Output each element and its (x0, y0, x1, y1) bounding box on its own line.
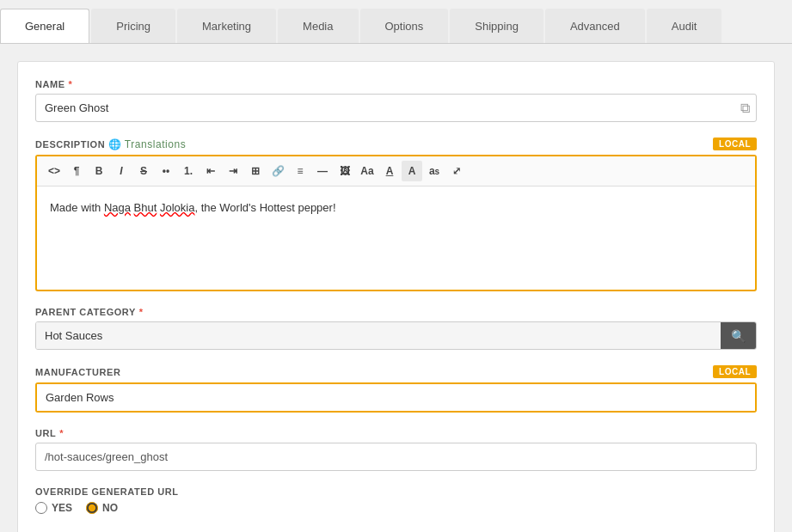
toolbar-fontcolor-btn[interactable]: A (379, 161, 400, 181)
override-url-radio-group: YES NO (35, 502, 757, 514)
yes-radio[interactable] (35, 502, 47, 514)
name-field-group: NAME * ⧉ (35, 79, 757, 122)
tab-marketing[interactable]: Marketing (177, 9, 276, 43)
tab-shipping[interactable]: Shipping (450, 9, 543, 43)
toolbar-italic-btn[interactable]: I (111, 161, 132, 181)
tab-pricing[interactable]: Pricing (91, 9, 175, 43)
override-url-label: OVERRIDE GENERATED URL (35, 486, 757, 497)
manufacturer-input[interactable] (37, 384, 755, 411)
toolbar-indent-left-btn[interactable]: ⇤ (200, 161, 221, 181)
name-input[interactable] (35, 94, 757, 122)
content-area: NAME * ⧉ DESCRIPTION 🌐 Translations LOCA… (0, 44, 792, 532)
toolbar-fontsize-btn[interactable]: Aa (357, 161, 378, 181)
toolbar-bold-btn[interactable]: B (89, 161, 109, 181)
no-label: NO (102, 502, 118, 514)
spellcheck-word-naga: Naga (104, 201, 131, 214)
toolbar-strikethrough-btn[interactable]: S (133, 161, 154, 181)
description-local-badge: LOCAL (713, 138, 757, 150)
parent-category-input-wrapper: 🔍 (35, 321, 757, 350)
tab-options[interactable]: Options (360, 9, 449, 43)
override-url-field-group: OVERRIDE GENERATED URL YES NO (35, 486, 757, 514)
manufacturer-input-wrapper (35, 382, 757, 413)
parent-category-required: * (139, 307, 144, 317)
tab-audit[interactable]: Audit (647, 9, 722, 43)
spellcheck-word-jolokia: Jolokia (160, 201, 194, 214)
toolbar-ol-btn[interactable]: 1. (178, 161, 199, 181)
parent-category-search-button[interactable]: 🔍 (721, 322, 756, 349)
form-card: NAME * ⧉ DESCRIPTION 🌐 Translations LOCA… (17, 61, 775, 532)
description-editor-body[interactable]: Made with Naga Bhut Jolokia, the World's… (37, 187, 755, 290)
url-label: URL * (35, 428, 757, 438)
description-label: DESCRIPTION 🌐 Translations LOCAL (35, 138, 757, 150)
yes-radio-option[interactable]: YES (35, 502, 72, 514)
toolbar-paragraph-btn[interactable]: ¶ (66, 161, 87, 181)
name-label: NAME * (35, 79, 757, 89)
toolbar-fullscreen-btn[interactable]: ⤢ (446, 161, 467, 181)
url-field-group: URL * (35, 428, 757, 471)
yes-label: YES (52, 502, 72, 514)
no-radio[interactable] (86, 502, 98, 514)
toolbar-indent-right-btn[interactable]: ⇥ (223, 161, 243, 181)
no-radio-option[interactable]: NO (86, 502, 118, 514)
globe-icon: 🌐 (108, 138, 122, 150)
toolbar-bgcolor-btn[interactable]: A (402, 161, 422, 181)
parent-category-input[interactable] (36, 322, 721, 349)
toolbar-ul-btn[interactable]: •• (156, 161, 176, 181)
editor-toolbar: <> ¶ B I S •• 1. ⇤ ⇥ ⊞ 🔗 ≡ — 🖼 Aa A A (37, 156, 755, 187)
toolbar-table-btn[interactable]: ⊞ (245, 161, 266, 181)
description-field-group: DESCRIPTION 🌐 Translations LOCAL <> ¶ B … (35, 138, 757, 291)
parent-category-label: PARENT CATEGORY * (35, 307, 757, 317)
toolbar-link-btn[interactable]: 🔗 (267, 161, 288, 181)
translations-link[interactable]: 🌐 Translations (108, 138, 186, 150)
spellcheck-word-bhut: Bhut (134, 201, 157, 214)
parent-category-field-group: PARENT CATEGORY * 🔍 (35, 307, 757, 350)
toolbar-superscript-btn[interactable]: as (424, 161, 445, 181)
manufacturer-label: MANUFACTURER LOCAL (35, 365, 757, 378)
name-input-wrapper: ⧉ (35, 94, 757, 122)
tab-bar: General Pricing Marketing Media Options … (0, 0, 792, 44)
tab-advanced[interactable]: Advanced (545, 9, 645, 43)
description-editor: <> ¶ B I S •• 1. ⇤ ⇥ ⊞ 🔗 ≡ — 🖼 Aa A A (35, 155, 757, 291)
name-required: * (69, 79, 73, 89)
tab-general[interactable]: General (0, 9, 89, 43)
toolbar-code-btn[interactable]: <> (44, 161, 64, 181)
toolbar-hr-btn[interactable]: — (312, 161, 333, 181)
url-input[interactable] (35, 443, 757, 471)
tab-media[interactable]: Media (278, 9, 358, 43)
manufacturer-local-badge: LOCAL (713, 365, 757, 378)
copy-icon[interactable]: ⧉ (740, 101, 750, 116)
url-required: * (59, 428, 64, 438)
toolbar-align-btn[interactable]: ≡ (290, 161, 310, 181)
manufacturer-field-group: MANUFACTURER LOCAL (35, 365, 757, 413)
toolbar-image-btn[interactable]: 🖼 (335, 161, 355, 181)
